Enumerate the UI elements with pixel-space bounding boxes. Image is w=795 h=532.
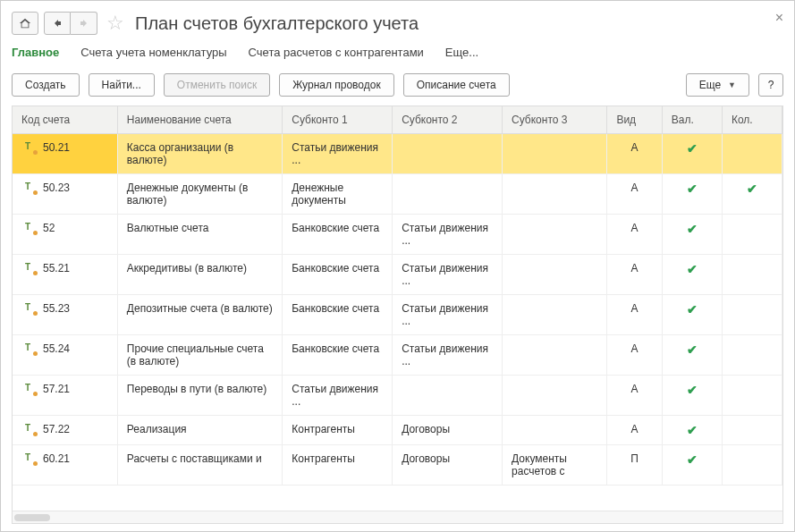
find-button[interactable]: Найти... bbox=[89, 73, 155, 97]
cell-qty bbox=[722, 255, 782, 295]
description-button[interactable]: Описание счета bbox=[403, 73, 510, 97]
cell-qty bbox=[722, 295, 782, 335]
account-icon bbox=[25, 454, 36, 465]
cell-currency: ✔ bbox=[662, 335, 722, 376]
chevron-down-icon: ▼ bbox=[728, 80, 736, 89]
cell-name: Прочие специальные счета (в валюте) bbox=[117, 335, 282, 376]
favorite-star-icon[interactable]: ☆ bbox=[106, 12, 124, 35]
titlebar: ☆ План счетов бухгалтерского учета bbox=[12, 8, 783, 42]
nav-forward-button[interactable] bbox=[71, 12, 97, 35]
cell-name: Переводы в пути (в валюте) bbox=[117, 376, 282, 416]
tab-more[interactable]: Еще... bbox=[445, 46, 478, 61]
cell-name: Денежные документы (в валюте) bbox=[117, 174, 282, 215]
cell-code: 60.21 bbox=[43, 452, 70, 465]
cell-sub1: Банковские счета bbox=[283, 295, 393, 335]
table-row[interactable]: 50.21Касса организации (в валюте)Статьи … bbox=[13, 134, 782, 174]
home-icon bbox=[19, 17, 31, 30]
cell-sub2: Статьи движения ... bbox=[393, 295, 503, 335]
arrow-left-icon bbox=[52, 18, 63, 29]
journal-button[interactable]: Журнал проводок bbox=[279, 73, 394, 97]
table-row[interactable]: 57.21Переводы в пути (в валюте)Статьи дв… bbox=[13, 376, 782, 416]
cell-sub2 bbox=[393, 134, 503, 174]
cell-qty bbox=[722, 445, 782, 486]
account-icon bbox=[25, 304, 36, 315]
tab-nomenclature[interactable]: Счета учета номенклатуры bbox=[80, 46, 226, 61]
table-row[interactable]: 57.22РеализацияКонтрагентыДоговорыА✔ bbox=[13, 416, 782, 445]
cell-qty bbox=[722, 335, 782, 376]
cell-sub2 bbox=[393, 376, 503, 416]
cell-sub3 bbox=[503, 295, 607, 335]
accounts-table: Код счета Наименование счета Субконто 1 … bbox=[12, 106, 783, 524]
cell-sub2: Договоры bbox=[393, 416, 503, 445]
more-button[interactable]: Еще ▼ bbox=[686, 73, 749, 97]
tab-counterparties[interactable]: Счета расчетов с контрагентами bbox=[249, 46, 424, 61]
cell-name: Валютные счета bbox=[117, 215, 282, 255]
table-row[interactable]: 55.23Депозитные счета (в валюте)Банковск… bbox=[13, 295, 782, 335]
more-button-label: Еще bbox=[699, 79, 721, 91]
table-row[interactable]: 52Валютные счетаБанковские счетаСтатьи д… bbox=[13, 215, 782, 255]
cell-code: 50.21 bbox=[43, 141, 70, 154]
col-header-kind[interactable]: Вид bbox=[607, 106, 662, 134]
horizontal-scrollbar[interactable] bbox=[13, 511, 782, 523]
cell-qty bbox=[722, 215, 782, 255]
home-button[interactable] bbox=[12, 12, 38, 35]
cell-sub3: Документы расчетов с bbox=[503, 445, 607, 486]
col-header-currency[interactable]: Вал. bbox=[662, 106, 722, 134]
cell-currency: ✔ bbox=[662, 215, 722, 255]
nav-back-button[interactable] bbox=[44, 12, 71, 35]
cell-currency: ✔ bbox=[662, 445, 722, 486]
cell-currency: ✔ bbox=[662, 255, 722, 295]
cell-sub1: Денежные документы bbox=[283, 174, 393, 215]
cell-kind: П bbox=[607, 445, 662, 486]
cell-kind: А bbox=[607, 215, 662, 255]
toolbar: Создать Найти... Отменить поиск Журнал п… bbox=[12, 70, 783, 106]
col-header-code[interactable]: Код счета bbox=[13, 106, 117, 134]
cell-currency: ✔ bbox=[662, 295, 722, 335]
cell-code: 57.22 bbox=[43, 423, 70, 435]
cell-sub2: Статьи движения ... bbox=[393, 255, 503, 295]
table-row[interactable]: 55.21Аккредитивы (в валюте)Банковские сч… bbox=[13, 255, 782, 295]
cell-code: 50.23 bbox=[43, 182, 70, 194]
account-icon bbox=[25, 183, 36, 194]
table-row[interactable]: 55.24Прочие специальные счета (в валюте)… bbox=[13, 335, 782, 376]
cell-kind: А bbox=[607, 376, 662, 416]
col-header-sub1[interactable]: Субконто 1 bbox=[283, 106, 393, 134]
cell-code: 57.21 bbox=[43, 383, 70, 395]
cell-sub2: Статьи движения ... bbox=[393, 335, 503, 376]
cell-kind: А bbox=[607, 295, 662, 335]
app-window: × ☆ План счетов бухгалтерского учета Гла… bbox=[0, 0, 795, 532]
cell-name: Касса организации (в валюте) bbox=[117, 134, 282, 174]
cell-name: Депозитные счета (в валюте) bbox=[117, 295, 282, 335]
create-button[interactable]: Создать bbox=[12, 73, 80, 97]
table-row[interactable]: 60.21Расчеты с поставщиками иКонтрагенты… bbox=[13, 445, 782, 486]
cell-code: 52 bbox=[43, 222, 55, 234]
cell-sub3 bbox=[503, 255, 607, 295]
account-icon bbox=[25, 224, 36, 234]
account-icon bbox=[25, 425, 36, 435]
cell-kind: А bbox=[607, 174, 662, 215]
check-icon: ✔ bbox=[687, 383, 698, 397]
check-icon: ✔ bbox=[687, 423, 698, 437]
cell-qty bbox=[722, 416, 782, 445]
cell-sub1: Банковские счета bbox=[283, 215, 393, 255]
check-icon: ✔ bbox=[687, 452, 698, 467]
cell-sub2: Статьи движения ... bbox=[393, 215, 503, 255]
col-header-qty[interactable]: Кол. bbox=[722, 106, 782, 134]
cell-sub1: Статьи движения ... bbox=[283, 134, 393, 174]
close-icon[interactable]: × bbox=[775, 10, 783, 26]
table-row[interactable]: 50.23Денежные документы (в валюте)Денежн… bbox=[13, 174, 782, 215]
cell-code: 55.21 bbox=[43, 262, 70, 274]
cell-name: Расчеты с поставщиками и bbox=[117, 445, 282, 486]
cell-qty: ✔ bbox=[722, 174, 782, 215]
cell-kind: А bbox=[607, 335, 662, 376]
col-header-sub3[interactable]: Субконто 3 bbox=[503, 106, 607, 134]
tab-main[interactable]: Главное bbox=[12, 46, 59, 61]
check-icon: ✔ bbox=[687, 222, 698, 236]
cell-sub3 bbox=[503, 215, 607, 255]
col-header-sub2[interactable]: Субконто 2 bbox=[393, 106, 503, 134]
col-header-name[interactable]: Наименование счета bbox=[117, 106, 282, 134]
help-button[interactable]: ? bbox=[758, 73, 783, 97]
tab-bar: Главное Счета учета номенклатуры Счета р… bbox=[12, 42, 783, 70]
cell-code: 55.23 bbox=[43, 302, 70, 315]
cell-sub2: Договоры bbox=[393, 445, 503, 486]
